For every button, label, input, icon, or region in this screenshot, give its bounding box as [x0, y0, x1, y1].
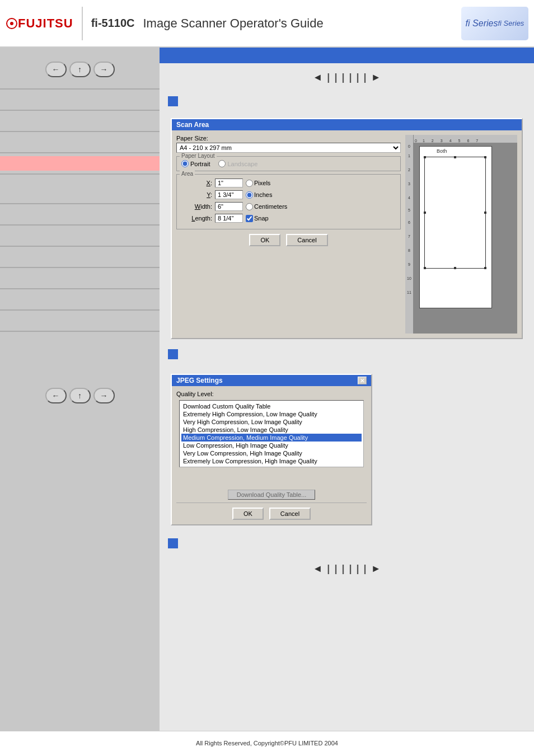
prev-arrow[interactable]: ◄	[313, 72, 323, 83]
jpeg-spacer	[176, 470, 367, 487]
sidebar-spacer-1	[0, 177, 160, 186]
snap-label: Snap	[254, 215, 269, 222]
ruler-top: 0 1 2 3 4 5 6 7	[414, 135, 517, 143]
svg-point-1	[10, 22, 13, 25]
nav-pipe-b4: |	[349, 563, 352, 575]
nav-pipe-3: |	[341, 72, 344, 83]
sidebar-divider-11	[0, 309, 160, 311]
quality-level-list[interactable]: Download Custom Quality Table Extremely …	[179, 400, 364, 467]
quality-item-3[interactable]: High Compression, Low Image Quality	[181, 426, 362, 434]
sidebar-item-2[interactable]	[0, 114, 160, 128]
sidebar-divider-5	[0, 173, 160, 175]
header: FUJITSU fi-5110C Image Scanner Operator'…	[0, 0, 534, 48]
sidebar-item-10[interactable]	[0, 313, 160, 328]
copyright-text: All Rights Reserved, Copyright©PFU LIMIT…	[196, 740, 338, 746]
ruler-mark-3: 3	[441, 139, 443, 143]
section-indicator-1	[168, 96, 178, 106]
sidebar-item-1[interactable]	[0, 92, 160, 107]
fujitsu-icon	[6, 17, 18, 30]
prev-arrow-2[interactable]: ◄	[313, 563, 323, 575]
sidebar-nav-bottom: ← ↑ →	[0, 379, 160, 412]
inches-label: Inches	[254, 191, 272, 198]
ruler-top-area: 0 1 2 3 4 5 6 7	[405, 135, 517, 143]
jpeg-ok-btn[interactable]: OK	[232, 508, 264, 520]
area-label: Area	[180, 171, 195, 177]
quality-item-4[interactable]: Medium Compression, Medium Image Quality	[181, 434, 362, 442]
ruler-v-7: 7	[408, 234, 410, 238]
centimeters-label: Centimeters	[254, 203, 287, 210]
ruler-v-6: 6	[408, 220, 410, 224]
quality-item-0[interactable]: Download Custom Quality Table	[181, 402, 362, 410]
sidebar-item-7[interactable]	[0, 250, 160, 264]
sidebar-back-btn[interactable]: ←	[45, 62, 67, 77]
sidebar-item-4[interactable]	[0, 186, 160, 200]
snap-checkbox[interactable]	[246, 215, 253, 222]
section-indicator-3	[168, 538, 178, 548]
sidebar-item-3[interactable]	[0, 135, 160, 149]
jpeg-close-btn[interactable]: ✕	[358, 377, 367, 384]
snap-option[interactable]: Snap	[246, 215, 269, 222]
centimeters-radio[interactable]	[246, 203, 253, 210]
width-input[interactable]	[215, 202, 243, 211]
quality-item-7[interactable]: Extremely Low Compression, High Image Qu…	[181, 457, 362, 465]
handle-bm	[454, 267, 456, 269]
y-input[interactable]	[215, 190, 243, 199]
portrait-label: Portrait	[190, 161, 210, 167]
quality-item-1[interactable]: Extremely High Compression, Low Image Qu…	[181, 410, 362, 418]
nav-pipe-1: |	[327, 72, 330, 83]
landscape-option[interactable]: Landscape	[218, 160, 257, 167]
nav-pipe-b5: |	[357, 563, 359, 575]
sidebar-divider-9	[0, 267, 160, 268]
inches-option[interactable]: Inches	[246, 191, 272, 199]
quality-item-5[interactable]: Low Compression, High Image Quality	[181, 442, 362, 449]
inches-radio[interactable]	[246, 191, 253, 199]
ruler-v-4: 4	[408, 196, 410, 200]
pixels-option[interactable]: Pixels	[246, 180, 270, 187]
sidebar-forward-btn-2[interactable]: →	[93, 388, 115, 403]
nav-pipe-b2: |	[334, 563, 337, 575]
ruler-v-2: 2	[408, 168, 410, 172]
preview-white-area: Both	[419, 146, 492, 308]
area-fields: X: Pixels Y:	[181, 176, 396, 223]
sidebar-forward-btn[interactable]: →	[93, 62, 115, 77]
width-field-row: Width: Centimeters	[181, 202, 396, 211]
quality-item-6[interactable]: Very Low Compression, High Image Quality	[181, 449, 362, 457]
next-arrow[interactable]: ►	[371, 72, 381, 83]
sidebar-item-highlighted[interactable]	[0, 156, 160, 171]
portrait-option[interactable]: Portrait	[181, 160, 210, 167]
centimeters-option[interactable]: Centimeters	[246, 203, 287, 210]
sidebar-divider-3	[0, 131, 160, 132]
x-input[interactable]	[215, 179, 243, 187]
sidebar-item-8[interactable]	[0, 271, 160, 285]
pixels-radio[interactable]	[246, 180, 253, 187]
footer: All Rights Reserved, Copyright©PFU LIMIT…	[0, 731, 534, 755]
nav-pipe-5: |	[357, 72, 359, 83]
width-label: Width:	[181, 203, 212, 210]
portrait-radio[interactable]	[181, 160, 189, 167]
scan-area-ok-btn[interactable]: OK	[249, 234, 280, 246]
jpeg-cancel-btn[interactable]: Cancel	[269, 508, 311, 520]
scan-area-cancel-btn[interactable]: Cancel	[286, 234, 327, 246]
ruler-left: 0 1 2 3 4 5 6 7 8 9 10 11	[405, 143, 414, 334]
sidebar-item-9[interactable]	[0, 292, 160, 307]
length-input[interactable]	[215, 214, 243, 223]
ruler-mark-4: 4	[449, 139, 452, 143]
scan-area-buttons: OK Cancel	[176, 234, 401, 246]
fujitsu-logo: FUJITSU	[6, 7, 83, 40]
handle-tm	[454, 156, 456, 158]
next-arrow-2[interactable]: ►	[371, 563, 381, 575]
sidebar-up-btn[interactable]: ↑	[69, 62, 91, 77]
sidebar-item-6[interactable]	[0, 228, 160, 243]
brand-name: FUJITSU	[18, 16, 73, 31]
paper-size-select[interactable]: A4 - 210 x 297 mm	[176, 143, 401, 153]
sidebar-divider-10	[0, 288, 160, 289]
ruler-v-3: 3	[408, 182, 410, 186]
sidebar-item-5[interactable]	[0, 207, 160, 222]
ruler-v-9: 9	[408, 262, 410, 266]
sidebar-up-btn-2[interactable]: ↑	[69, 388, 91, 403]
quality-item-2[interactable]: Very High Compression, Low Image Quality	[181, 418, 362, 426]
sidebar-back-btn-2[interactable]: ←	[45, 388, 67, 403]
sidebar-bottom-space	[0, 412, 160, 524]
download-quality-table-btn: Download Quality Table...	[228, 490, 316, 500]
landscape-radio[interactable]	[218, 160, 226, 167]
